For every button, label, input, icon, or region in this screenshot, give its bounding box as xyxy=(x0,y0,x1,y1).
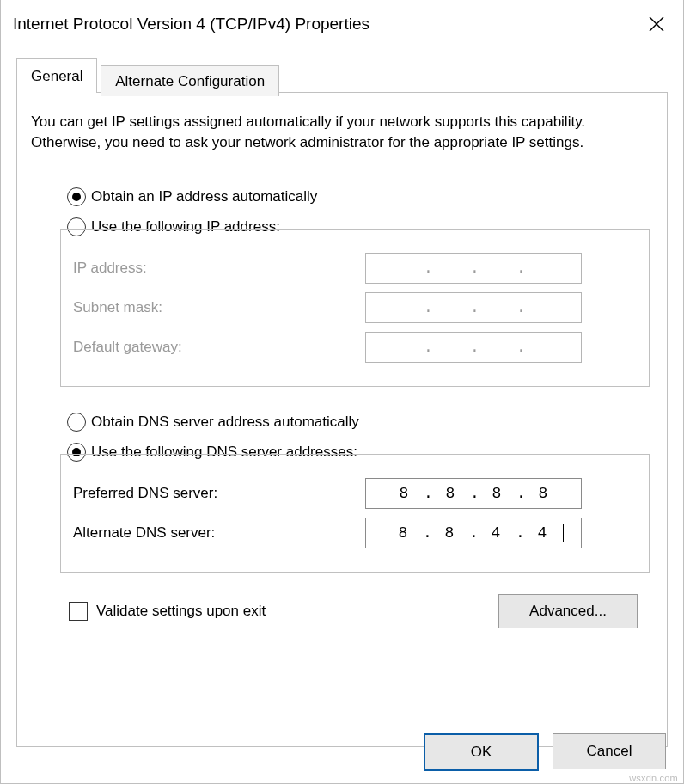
input-ip-address: . . . xyxy=(365,253,582,284)
label-preferred-dns: Preferred DNS server: xyxy=(73,485,365,502)
dot: . xyxy=(516,260,523,277)
radio-icon xyxy=(67,413,86,432)
cancel-button-label: Cancel xyxy=(587,743,632,760)
checkbox-validate-on-exit[interactable]: Validate settings upon exit Advanced... xyxy=(69,602,653,621)
dot: . xyxy=(424,299,431,316)
dot: . xyxy=(516,524,522,542)
group-ip-settings: IP address: . . . Subnet mask: . . . D xyxy=(60,229,650,387)
dialog-footer: OK Cancel xyxy=(424,733,666,771)
tabstrip: General Alternate Configuration xyxy=(16,58,668,93)
dot: . xyxy=(470,260,477,277)
checkbox-icon xyxy=(69,602,88,621)
dot: . xyxy=(516,299,523,316)
window-title: Internet Protocol Version 4 (TCP/IPv4) P… xyxy=(13,15,369,34)
watermark: wsxdn.com xyxy=(629,773,678,783)
radio-obtain-ip-auto-label: Obtain an IP address automatically xyxy=(91,188,317,205)
label-subnet-mask: Subnet mask: xyxy=(73,299,365,316)
label-alternate-dns: Alternate DNS server: xyxy=(73,524,365,542)
radio-icon xyxy=(67,187,86,206)
ok-button-label: OK xyxy=(471,744,492,761)
properties-dialog: Internet Protocol Version 4 (TCP/IPv4) P… xyxy=(0,0,684,784)
label-ip-address: IP address: xyxy=(73,260,365,277)
cancel-button[interactable]: Cancel xyxy=(553,733,666,769)
dot: . xyxy=(469,524,476,542)
dot: . xyxy=(424,339,431,356)
ip-octet: 4 xyxy=(476,524,516,542)
dot: . xyxy=(423,524,430,542)
dot: . xyxy=(470,339,477,356)
dot: . xyxy=(516,339,523,356)
tab-general-label: General xyxy=(31,68,82,84)
close-button[interactable] xyxy=(625,16,664,32)
input-subnet-mask: . . . xyxy=(365,292,582,323)
input-alternate-dns[interactable]: 8. 8. 4. 4 xyxy=(365,518,582,548)
ip-octet: 8 xyxy=(431,485,470,502)
radio-obtain-ip-auto[interactable]: Obtain an IP address automatically xyxy=(67,187,653,206)
dot: . xyxy=(470,485,477,502)
ip-octet: 8 xyxy=(383,524,423,542)
ip-octet: 8 xyxy=(430,524,469,542)
checkbox-validate-label: Validate settings upon exit xyxy=(96,603,266,620)
tab-general[interactable]: General xyxy=(16,58,97,93)
radio-obtain-dns-auto-label: Obtain DNS server address automatically xyxy=(91,413,359,431)
text-caret xyxy=(563,524,564,542)
input-default-gateway: . . . xyxy=(365,332,582,363)
ip-octet: 8 xyxy=(477,485,516,502)
group-dns-settings: Preferred DNS server: 8. 8. 8. 8 Alterna… xyxy=(60,454,650,573)
radio-obtain-dns-auto[interactable]: Obtain DNS server address automatically xyxy=(67,413,653,432)
titlebar: Internet Protocol Version 4 (TCP/IPv4) P… xyxy=(1,0,683,48)
ip-octet: 8 xyxy=(384,485,424,502)
tab-alternate-label: Alternate Configuration xyxy=(115,73,265,89)
tab-alternate-configuration[interactable]: Alternate Configuration xyxy=(101,65,279,96)
input-preferred-dns[interactable]: 8. 8. 8. 8 xyxy=(365,478,582,509)
close-icon xyxy=(649,16,664,32)
label-default-gateway: Default gateway: xyxy=(73,339,365,356)
advanced-button-label: Advanced... xyxy=(529,603,607,620)
dot: . xyxy=(470,299,477,316)
dot: . xyxy=(424,485,431,502)
ok-button[interactable]: OK xyxy=(424,733,539,771)
dot: . xyxy=(424,260,431,277)
advanced-button[interactable]: Advanced... xyxy=(498,594,638,628)
tab-panel-general: You can get IP settings assigned automat… xyxy=(16,93,668,747)
ip-octet: 8 xyxy=(523,485,563,502)
description-text: You can get IP settings assigned automat… xyxy=(31,112,653,153)
dot: . xyxy=(516,485,523,502)
ip-octet: 4 xyxy=(522,524,562,542)
